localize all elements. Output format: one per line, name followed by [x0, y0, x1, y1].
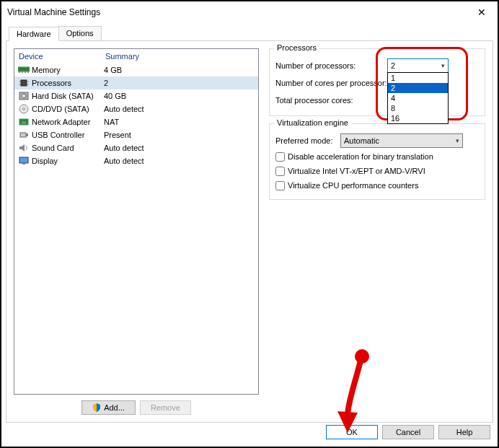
device-name: Memory [30, 66, 104, 74]
svg-point-13 [23, 108, 25, 110]
device-summary: Auto detect [104, 157, 255, 165]
tab-options[interactable]: Options [58, 26, 102, 40]
svg-rect-0 [18, 67, 30, 71]
device-summary: Present [104, 131, 255, 139]
add-device-button[interactable]: Add... [81, 400, 136, 415]
device-row-processors[interactable]: Processors2 [14, 76, 258, 89]
chk-counters[interactable] [275, 181, 285, 190]
total-cores-label: Total processor cores: [275, 96, 387, 105]
chk-counters-row[interactable]: Virtualize CPU performance counters [275, 179, 479, 192]
num-proc-option-8[interactable]: 8 [388, 103, 448, 113]
device-row-sound-card[interactable]: Sound CardAuto detect [14, 141, 258, 154]
virt-group-title: Virtualization engine [274, 118, 351, 127]
cpu-icon [17, 78, 30, 88]
svg-rect-16 [20, 133, 26, 137]
num-proc-option-2[interactable]: 2 [388, 83, 448, 93]
add-button-label: Add... [104, 403, 125, 412]
device-row-usb-controller[interactable]: USB ControllerPresent [14, 128, 258, 141]
device-list-header: Device Summary [14, 49, 258, 63]
device-summary: 2 [104, 79, 255, 87]
tab-hardware[interactable]: Hardware [9, 27, 59, 41]
svg-rect-2 [22, 71, 23, 73]
chk-disable-accel-label: Disable acceleration for binary translat… [288, 152, 433, 161]
svg-rect-20 [22, 163, 25, 164]
device-row-display[interactable]: DisplayAuto detect [14, 154, 258, 167]
shield-icon [92, 403, 101, 412]
device-summary: Auto detect [104, 105, 255, 113]
close-icon: ✕ [477, 6, 486, 18]
num-proc-value: 2 [391, 61, 395, 70]
device-summary: Auto detect [104, 144, 255, 152]
chk-vtx[interactable] [275, 167, 285, 176]
device-row-network-adapter[interactable]: Network AdapterNAT [14, 115, 258, 128]
close-button[interactable]: ✕ [466, 1, 498, 23]
svg-marker-18 [19, 144, 25, 151]
left-pane: Device Summary Memory4 GBProcessors2Hard… [14, 48, 259, 415]
svg-point-11 [22, 94, 26, 98]
num-proc-label: Number of processors: [275, 61, 387, 70]
device-name: Display [30, 157, 104, 165]
tab-strip: Hardware Options [9, 26, 498, 40]
svg-rect-19 [19, 157, 28, 163]
tab-body: Device Summary Memory4 GBProcessors2Hard… [6, 40, 493, 423]
chk-vtx-label: Virtualize Intel VT-x/EPT or AMD-V/RVI [288, 167, 425, 175]
header-device: Device [19, 52, 105, 61]
processors-group-title: Processors [274, 43, 319, 52]
device-name: Sound Card [30, 144, 104, 152]
preferred-mode-select[interactable]: Automatic ▾ [340, 133, 463, 148]
device-row-memory[interactable]: Memory4 GB [14, 63, 258, 76]
header-summary: Summary [105, 52, 139, 61]
processors-group: Processors Number of processors: 2 ▾ 124… [269, 48, 485, 116]
num-proc-dropdown[interactable]: 124816 [387, 72, 449, 124]
device-row-hard-disk-sata-[interactable]: Hard Disk (SATA)40 GB [14, 89, 258, 102]
svg-rect-15 [22, 121, 26, 124]
chk-vtx-row[interactable]: Virtualize Intel VT-x/EPT or AMD-V/RVI [275, 164, 479, 177]
cd-icon [17, 104, 30, 114]
memory-icon [17, 65, 30, 75]
chk-disable-accel[interactable] [275, 152, 285, 162]
num-proc-option-16[interactable]: 16 [388, 113, 448, 123]
num-proc-option-4[interactable]: 4 [388, 93, 448, 103]
num-proc-option-1[interactable]: 1 [388, 73, 448, 83]
svg-rect-1 [19, 71, 20, 73]
hdd-icon [17, 91, 30, 101]
svg-rect-5 [21, 80, 27, 86]
title-bar: Virtual Machine Settings ✕ [1, 1, 498, 23]
chevron-down-icon: ▾ [456, 137, 459, 144]
svg-rect-17 [26, 133, 28, 136]
device-name: Network Adapter [30, 118, 104, 126]
nic-icon [17, 117, 30, 127]
remove-button-label: Remove [151, 403, 180, 412]
remove-device-button: Remove [140, 400, 191, 415]
virtualization-group: Virtualization engine Preferred mode: Au… [269, 123, 485, 200]
sound-icon [17, 143, 30, 153]
window-title: Virtual Machine Settings [7, 7, 466, 17]
preferred-mode-value: Automatic [344, 136, 379, 145]
help-button[interactable]: Help [438, 425, 490, 439]
device-name: CD/DVD (SATA) [30, 105, 104, 113]
device-summary: 4 GB [104, 66, 255, 74]
cancel-button[interactable]: Cancel [382, 425, 434, 439]
svg-rect-3 [25, 71, 26, 73]
device-row-cd-dvd-sata-[interactable]: CD/DVD (SATA)Auto detect [14, 102, 258, 115]
preferred-mode-label: Preferred mode: [275, 136, 340, 145]
chk-counters-label: Virtualize CPU performance counters [288, 181, 418, 190]
device-summary: 40 GB [104, 92, 255, 100]
cores-label: Number of cores per processor: [275, 79, 387, 87]
usb-icon [17, 130, 30, 140]
display-icon [17, 156, 30, 166]
device-name: Processors [30, 79, 104, 87]
num-proc-select[interactable]: 2 ▾ 124816 [387, 58, 449, 73]
ok-button[interactable]: OK [326, 425, 378, 439]
chk-disable-accel-row[interactable]: Disable acceleration for binary translat… [275, 150, 479, 163]
right-pane: Processors Number of processors: 2 ▾ 124… [269, 48, 485, 415]
device-name: Hard Disk (SATA) [30, 92, 104, 100]
device-name: USB Controller [30, 131, 104, 139]
dialog-buttons: OK Cancel Help [326, 425, 490, 439]
chevron-down-icon: ▾ [441, 62, 445, 69]
device-list: Device Summary Memory4 GBProcessors2Hard… [14, 48, 259, 395]
svg-rect-4 [27, 71, 29, 73]
device-summary: NAT [104, 118, 255, 126]
